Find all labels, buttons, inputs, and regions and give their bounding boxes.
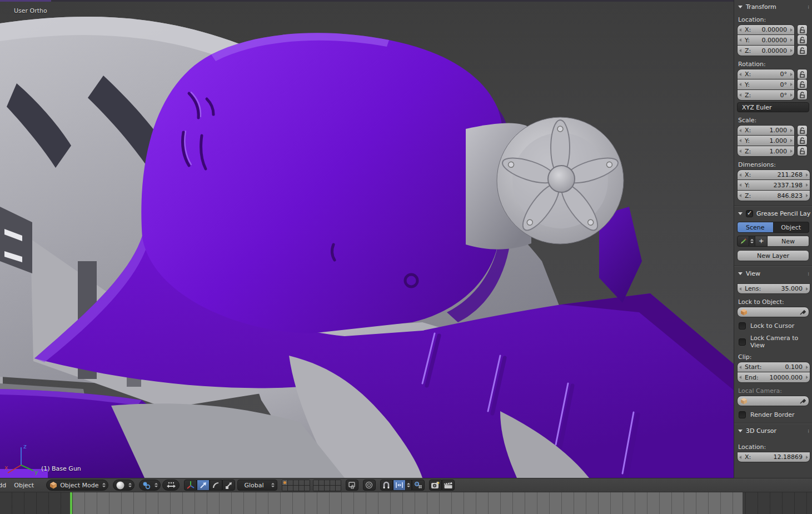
scale-manipulator-button[interactable] [222,480,235,491]
snap-toggle-button[interactable] [380,480,393,491]
scale-x-field[interactable]: X: 1.000 [737,125,795,136]
clip-end-field[interactable]: End: 10000.000 [737,372,810,383]
blender-window: User Ortho (1) Base Gun z x y Transform … [0,0,812,514]
grease-pencil-checkbox[interactable] [746,210,753,217]
scale-x-lock-button[interactable] [797,125,808,136]
draw-mode-button[interactable] [737,236,749,247]
eyedropper-icon [800,398,806,404]
draw-mode-stepper[interactable] [749,236,755,247]
cursor3d-section-header[interactable]: 3D Cursor ⁞ [734,426,812,436]
manipulate-origins-button[interactable] [162,480,180,491]
lock-to-object-field[interactable] [737,307,809,317]
transform-section-header[interactable]: Transform ⁞ [734,2,812,12]
rotation-x-lock-button[interactable] [797,69,808,79]
collapse-triangle-icon [738,272,743,275]
location-z-lock-button[interactable] [797,45,808,56]
axis-mini-gizmo: z x y [3,442,39,477]
snap-target-button[interactable] [412,480,425,491]
tab-object[interactable]: Object [774,222,810,233]
rotate-manipulator-button[interactable] [210,480,222,491]
local-camera-field[interactable] [737,396,809,406]
location-x-field[interactable]: X: 0.00000 [737,24,795,35]
manipulator-toggle-button[interactable] [184,480,197,491]
scale-label: Scale: [738,117,812,124]
snap-element-stepper[interactable] [406,480,412,491]
pivot-stepper [155,483,158,487]
rotation-y-field[interactable]: Y: 0° [737,79,795,90]
location-z-field[interactable]: Z: 0.00000 [737,45,795,56]
local-camera-label: Local Camera: [738,387,812,395]
pivot-point-dropdown[interactable] [139,480,161,491]
panel-grip-icon: ⁞ [808,271,810,277]
lock-to-cursor-row[interactable]: Lock to Cursor [739,322,812,330]
timeline-frame-range [73,492,743,514]
current-frame-marker[interactable] [70,492,72,514]
collapse-triangle-icon [738,212,743,215]
rotation-y-lock-button[interactable] [797,79,808,89]
opengl-render-button[interactable] [429,480,442,491]
tab-scene[interactable]: Scene [737,222,774,233]
dimensions-x-field[interactable]: X: 211.268 [737,169,810,180]
orientation-dropdown[interactable]: Global [237,480,277,491]
axis-y-label: y [34,468,38,476]
proportional-edit-button[interactable] [363,480,376,491]
unlock-icon [799,92,805,98]
grease-pencil-new-button[interactable]: New [768,236,809,247]
transform-section-title: Transform [746,3,776,11]
grease-pencil-section-header[interactable]: Grease Pencil Lay [734,209,812,218]
new-layer-button[interactable]: New Layer [737,250,809,261]
rotation-z-field[interactable]: Z: 0° [737,89,795,101]
menu-object[interactable]: Object [14,482,34,489]
dimensions-z-field[interactable]: Z: 846.823 [737,190,810,201]
rotate-arc-icon [212,481,220,490]
clapperboard-icon [444,481,453,489]
collapse-triangle-icon [738,6,743,8]
timeline-strip[interactable] [0,492,812,514]
rotation-x-field[interactable]: X: 0° [737,69,795,79]
snap-element-button[interactable] [393,480,406,491]
rotation-z-lock-button[interactable] [797,89,808,100]
rotation-fields: X: 0° Y: 0° Z: 0° [737,69,812,101]
view-section-header[interactable]: View ⁞ [734,269,812,278]
viewport-3d[interactable]: User Ortho (1) Base Gun z x y [0,0,734,478]
clip-start-field[interactable]: Start: 0.100 [737,362,810,372]
scale-y-lock-button[interactable] [797,135,808,146]
mode-dropdown-label: Object Mode [60,482,98,489]
grease-pencil-source-tabs: Scene Object [737,222,809,233]
location-y-lock-button[interactable] [797,34,808,45]
add-grease-pencil-button[interactable]: ＋ [755,236,768,247]
translate-manipulator-button[interactable] [197,480,210,491]
lens-field[interactable]: Lens: 35.000 [737,283,810,294]
render-border-checkbox[interactable] [739,411,746,418]
menu-add[interactable]: Add [0,482,6,489]
scale-z-lock-button[interactable] [797,146,808,156]
pivot-point-icon [142,481,151,490]
scale-y-field[interactable]: Y: 1.000 [737,135,795,146]
dimensions-y-field[interactable]: Y: 2337.198 [737,179,810,191]
grease-pencil-new-row: ＋ New [737,236,809,247]
axis-z-label: z [23,443,27,450]
layers-grid-1[interactable] [282,480,310,491]
opengl-render-anim-button[interactable] [442,480,455,491]
scene-lock-icon [348,481,356,489]
mode-dropdown[interactable]: Object Mode [46,480,108,491]
lock-camera-checkbox[interactable] [739,338,746,346]
scale-z-field[interactable]: Z: 1.000 [737,146,795,157]
cursor-x-field[interactable]: X: 12.18869 [737,452,810,462]
lock-to-cursor-checkbox[interactable] [739,322,746,330]
clip-label: Clip: [738,353,812,361]
scene-lock-button[interactable] [346,480,358,491]
lock-camera-row[interactable]: Lock Camera to View [739,335,812,349]
lock-to-cursor-label: Lock to Cursor [750,322,794,330]
unlock-icon [799,71,805,78]
location-x-lock-button[interactable] [797,24,808,35]
layers-grid-2[interactable] [313,480,341,491]
pencil-icon [740,238,747,245]
rotation-mode-dropdown[interactable]: XYZ Euler [737,102,809,112]
render-border-row[interactable]: Render Border [739,411,812,418]
viewport-shading-dropdown[interactable] [113,480,134,491]
location-fields: X: 0.00000 Y: 0.00000 Z: 0.00000 [737,24,812,56]
snap-group [380,480,425,491]
viewport-top-edge [0,0,734,2]
location-y-field[interactable]: Y: 0.00000 [737,34,795,46]
